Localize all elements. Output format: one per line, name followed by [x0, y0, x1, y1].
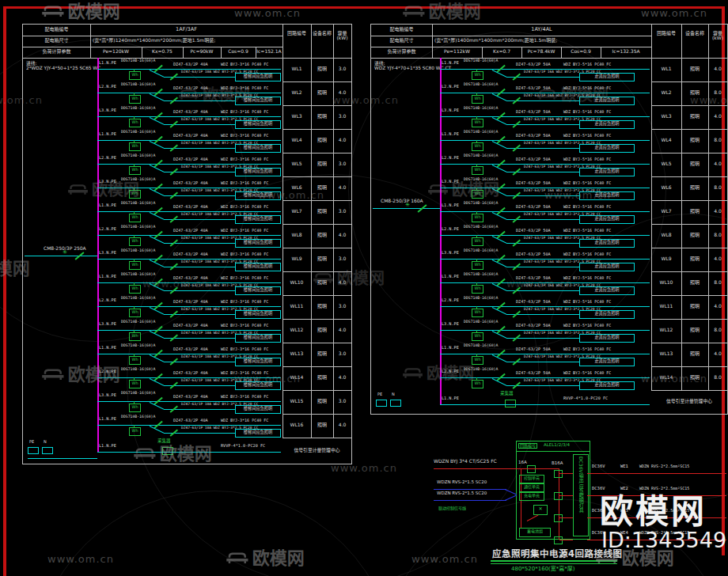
device-name: 照明: [311, 138, 333, 142]
branch-load-label: 走道应急照明: [580, 312, 634, 316]
ups-unit-label: 充电单元: [520, 494, 544, 498]
branch-load-box: 走道应急照明: [579, 191, 635, 200]
meter-symbol: Wh: [472, 168, 483, 172]
ups-bus-input-label: WDZN RVS-2*1.5 SC20: [437, 491, 487, 496]
circuit-id: WL5: [651, 161, 681, 166]
grid-line: [651, 343, 727, 343]
branch-line: [506, 148, 579, 149]
branch-line: [164, 314, 235, 315]
ups-title-underline: [491, 560, 617, 562]
meter-label: DDS710B-16(60)A: [464, 106, 498, 110]
cable-label: WDZ BYJ-3*16 PC40 FC: [221, 86, 268, 90]
phase-label: L1.N.PE: [99, 132, 116, 137]
capacity-value: 4.0: [333, 280, 351, 285]
cable-label: WDZ BYJ-5*16 PC40 FC: [563, 300, 611, 304]
cable-label: WDZ BYJ-3*16 PC40 FC: [221, 395, 268, 399]
phase-label: L2.N.PE: [99, 85, 116, 89]
breaker-label: DZ47-63/2P 50A: [516, 86, 551, 91]
meter-symbol: Wh: [472, 263, 483, 267]
device-name: 照明: [681, 90, 708, 95]
ups-output-id: WE1: [620, 464, 628, 469]
meter-symbol: Wh: [130, 73, 140, 77]
cable-label: WDZ BYJ-5*16 PC40 FC: [563, 110, 611, 114]
branch-line: [506, 219, 579, 220]
capacity-value: 3.0: [333, 209, 351, 214]
branch-load-box: 走道应急照明: [579, 263, 635, 271]
branch-load-label: 楼梯间应急照明: [236, 241, 280, 245]
branch-load-label: 走道应急照明: [580, 335, 634, 340]
branch-load-label: 走道应急照明: [580, 74, 634, 79]
grid-line: [282, 176, 351, 177]
meter-label: DDS710B-16(60)A: [121, 82, 155, 86]
meter-stub: [134, 306, 135, 309]
meter-stub: [134, 116, 135, 119]
meter-stub: [476, 93, 477, 95]
capacity-value: 8.0: [708, 375, 727, 380]
capacity-value: 8.0: [708, 90, 727, 95]
branch-line: [164, 148, 235, 149]
circuit-id: WL14: [282, 375, 311, 380]
branch-load-box: 走道应急照明: [579, 358, 635, 366]
phase-label: L1.N.PE: [442, 132, 459, 137]
branch-line: [164, 195, 235, 196]
branch-line: [164, 100, 235, 101]
grid-line: [282, 129, 351, 130]
col-header-capacity: 容量(kW): [708, 31, 727, 41]
capacity-value: 4.0: [333, 185, 351, 190]
branch-drop: [492, 188, 506, 196]
watermark-logo: 欧模网: [41, 2, 120, 21]
ups-box-number-value: ALEL1/2/3/4: [544, 443, 570, 448]
breaker-label: DZ47-63/2P 50A: [516, 276, 551, 281]
ups-title-underline: [491, 563, 617, 564]
capacity-value: 4.0: [708, 351, 727, 356]
grid-line: [651, 295, 727, 296]
circuit-id: WL15: [282, 399, 311, 404]
ups-input-power-label: WDZN BYJ 3*4 CT/SC25 FC: [434, 459, 497, 464]
drawing-sheet: 配电箱编号配电箱尺寸负荷计算参数1AF/3AF(宽*高*厚)1240mm*140…: [0, 0, 728, 576]
breaker-label: DZ47-63/2P 50A: [516, 371, 551, 376]
watermark-url: www.om.cn: [641, 8, 707, 19]
pe-label: PE: [29, 440, 34, 444]
n-terminal: [42, 447, 53, 454]
ups-output-breaker-box: [554, 470, 563, 478]
meter-stub: [476, 282, 477, 285]
branch-load-label: 楼梯间应急照明: [236, 98, 280, 103]
cable-label: WDZ BYJ-3*16 PC40 FC: [221, 324, 268, 328]
branch-drop: [150, 165, 164, 172]
meter-symbol: Wh: [472, 239, 483, 243]
panel-size-label: 配电箱尺寸: [371, 38, 432, 43]
watermark-site-big: 欧模网: [600, 494, 707, 529]
device-name: 照明: [681, 375, 708, 380]
meter-box: Wh: [129, 142, 141, 151]
meter-symbol: Wh: [472, 73, 483, 77]
branch-load-label: 走道应急照明: [580, 146, 634, 150]
phase-label: L1.N.PE: [99, 275, 116, 279]
phase-label: L1.N.PE: [442, 396, 459, 401]
watermark-url: www.om.cn: [234, 8, 301, 19]
circuit-id: WL10: [282, 280, 311, 285]
col-header-device: 设备名称: [684, 31, 705, 36]
branch-load-label: 走道应急照明: [580, 217, 634, 222]
meter-label: DDS710B-16(60)A: [121, 367, 155, 371]
meter-stub: [134, 354, 135, 356]
capacity-value: 4.0: [708, 161, 727, 166]
breaker-label: DZ47-63/2P 40A: [173, 157, 208, 162]
breaker-label: DZ47-63/2P 40A: [173, 134, 208, 138]
phase-label: L1.N.PE: [99, 444, 116, 449]
meter-label: DDS710B-16(60)A: [121, 320, 155, 324]
breaker-label: DZ47-63/2P 50A: [516, 134, 551, 138]
col-header-circuit: 回路编号: [656, 31, 677, 36]
phase-label: L3.N.PE: [442, 251, 459, 256]
device-name: 照明: [311, 351, 333, 356]
meter-symbol: Wh: [130, 215, 140, 219]
circuit-id: WL10: [651, 280, 681, 285]
collector-line: [97, 452, 281, 453]
meter-box: Wh: [472, 309, 483, 317]
phase-label: L1.N.PE: [99, 203, 116, 208]
meter-box: Wh: [129, 285, 141, 294]
meter-box: Wh: [472, 380, 483, 388]
cable-label: WDZ BYJ-5*16 PC40 FC: [563, 229, 611, 233]
cable-label: WDZ BYJ-5*16 PC40 FC: [563, 205, 611, 209]
meter-label: DDS710B-16(60)A: [121, 391, 155, 395]
capacity-value: 8.0: [708, 185, 727, 190]
